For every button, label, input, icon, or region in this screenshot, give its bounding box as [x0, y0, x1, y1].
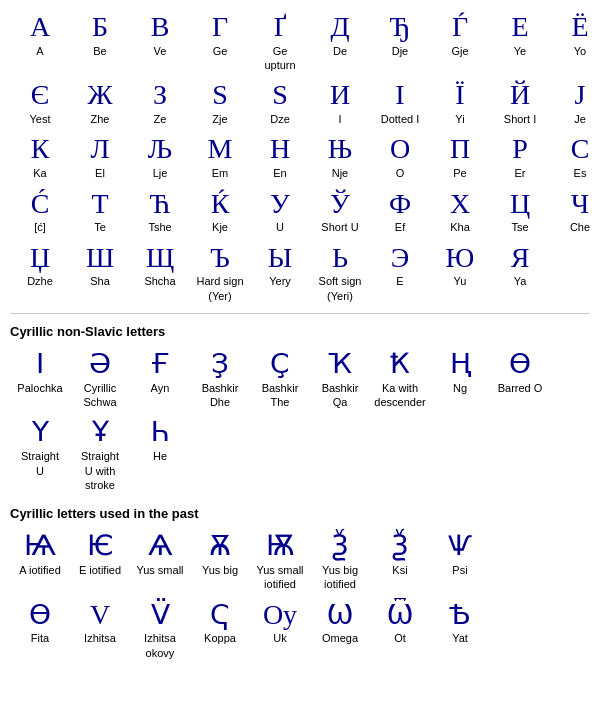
letter-label: I: [338, 112, 341, 126]
cyrillic-letter: Ї: [455, 80, 464, 111]
cyrillic-letter: Ђ: [389, 12, 410, 43]
letter-cell: [370, 413, 430, 496]
letter-cell: VIzhitsa: [70, 596, 130, 664]
letter-row-2-0: ӀPalochkaƏCyrillicSchwaҒAynҘBashkirDheҪB…: [10, 345, 590, 413]
letter-label: Ot: [394, 631, 406, 645]
cyrillic-letter: Ь: [332, 243, 348, 274]
letter-cell: СEs: [550, 130, 600, 184]
letter-cell: ӀPalochka: [10, 345, 70, 413]
letter-row-4-0: ѨA iotifiedѤE iotifiedѦYus smallѪYus big…: [10, 527, 590, 595]
letter-cell: ДDe: [310, 8, 370, 76]
letter-label: En: [273, 166, 286, 180]
letter-cell: ѨA iotified: [10, 527, 70, 595]
cyrillic-letter: Ѧ: [148, 531, 173, 562]
cyrillic-letter: Д: [330, 12, 349, 43]
letter-cell: JJe: [550, 76, 600, 130]
letter-cell: КKa: [10, 130, 70, 184]
letter-cell: ЉLje: [130, 130, 190, 184]
cyrillic-letter: Ѯ: [391, 531, 409, 562]
letter-cell: [430, 413, 490, 496]
letter-cell: ҀKoppa: [190, 596, 250, 664]
letter-cell: [550, 345, 600, 413]
letter-label: Fita: [31, 631, 49, 645]
cyrillic-letter: Ѓ: [452, 12, 468, 43]
letter-label: Soft sign(Yeri): [319, 274, 362, 303]
cyrillic-letter: Э: [391, 243, 409, 274]
section-divider: [10, 313, 590, 314]
letter-label: Yus small: [136, 563, 183, 577]
letter-grid-0: АAБBeВVeГGeҐGe upturnДDeЂDjeЃGjeЕYeЁYoЄY…: [10, 8, 590, 307]
letter-cell: [190, 413, 250, 496]
cyrillic-letter: К: [31, 134, 50, 165]
letter-label: Ksi: [392, 563, 407, 577]
cyrillic-letter: У: [270, 189, 290, 220]
letter-cell: ХKha: [430, 185, 490, 239]
cyrillic-letter: Ћ: [150, 189, 171, 220]
cyrillic-letter: Ѩ: [24, 531, 56, 562]
cyrillic-letter: Ъ: [210, 243, 230, 274]
letter-cell: ТTe: [70, 185, 130, 239]
cyrillic-letter: Т: [91, 189, 108, 220]
letter-label: Yery: [269, 274, 291, 288]
letter-cell: ЧChe: [550, 185, 600, 239]
cyrillic-letter: Һ: [151, 417, 170, 448]
letter-cell: РEr: [490, 130, 550, 184]
letter-label: Tshe: [148, 220, 171, 234]
letter-cell: ШSha: [70, 239, 130, 307]
cyrillic-letter: Ѯ: [331, 531, 349, 562]
letter-cell: ҐGe upturn: [250, 8, 310, 76]
letter-cell: ҠBashkirQa: [310, 345, 370, 413]
letter-cell: [550, 413, 600, 496]
letter-label: CyrillicSchwa: [83, 381, 116, 410]
cyrillic-letter: Ѳ: [29, 600, 51, 631]
letter-cell: ПPe: [430, 130, 490, 184]
letter-cell: V̈Izhitsaokovy: [130, 596, 190, 664]
cyrillic-letter: Њ: [328, 134, 352, 165]
letter-label: Zhe: [91, 112, 110, 126]
letter-cell: ЂDje: [370, 8, 430, 76]
cyrillic-letter: Џ: [30, 243, 50, 274]
letter-cell: ЊNje: [310, 130, 370, 184]
letter-label: Es: [574, 166, 587, 180]
letter-cell: ЭE: [370, 239, 430, 307]
cyrillic-letter: Ў: [330, 189, 350, 220]
letter-cell: ЌKje: [190, 185, 250, 239]
letter-cell: ѾOt: [370, 596, 430, 664]
cyrillic-letter: Б: [92, 12, 108, 43]
cyrillic-letter: Ч: [571, 189, 589, 220]
letter-cell: ЮYu: [430, 239, 490, 307]
letter-cell: ҪBashkirThe: [250, 345, 310, 413]
letter-cell: ЕYe: [490, 8, 550, 76]
section-title-3: Cyrillic letters used in the past: [10, 506, 590, 521]
letter-cell: ЙShort I: [490, 76, 550, 130]
cyrillic-letter: J: [575, 80, 586, 111]
letter-label: Be: [93, 44, 106, 58]
cyrillic-letter: Ӏ: [36, 349, 44, 380]
letter-label: Ge: [213, 44, 228, 58]
cyrillic-letter: Ҁ: [210, 600, 230, 631]
letter-cell: [490, 413, 550, 496]
letter-label: Che: [570, 220, 590, 234]
letter-cell: ИI: [310, 76, 370, 130]
letter-label: Te: [94, 220, 106, 234]
cyrillic-letter: Ə: [89, 349, 111, 380]
letter-cell: ѰPsi: [430, 527, 490, 595]
cyrillic-letter: Я: [511, 243, 530, 274]
letter-label: Ye: [514, 44, 526, 58]
letter-cell: [490, 596, 550, 664]
cyrillic-letter: Ѫ: [209, 531, 231, 562]
cyrillic-letter: В: [151, 12, 170, 43]
cyrillic-letter: V̈: [151, 600, 170, 631]
letter-cell: ѢYat: [430, 596, 490, 664]
letter-label: StraightU: [21, 449, 59, 478]
letter-cell: ІDotted I: [370, 76, 430, 130]
letter-cell: ѠOmega: [310, 596, 370, 664]
letter-row-4-1: ѲFitaVIzhitsaV̈IzhitsaokovyҀKoppaОуUkѠOm…: [10, 596, 590, 664]
letter-label: E: [396, 274, 403, 288]
letter-cell: ВVe: [130, 8, 190, 76]
cyrillic-letter: Ж: [87, 80, 112, 111]
letter-label: Yus big: [202, 563, 238, 577]
letter-label: Izhitsaokovy: [144, 631, 176, 660]
letter-label: Dotted I: [381, 112, 420, 126]
cyrillic-letter: Ѭ: [266, 531, 295, 562]
